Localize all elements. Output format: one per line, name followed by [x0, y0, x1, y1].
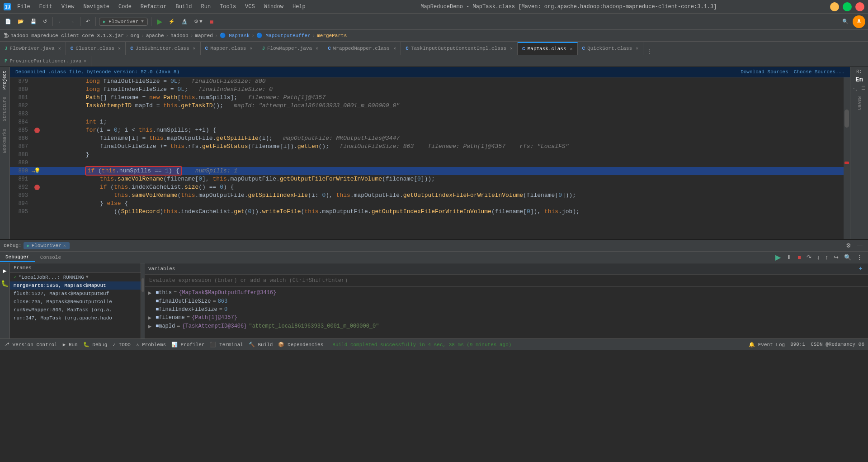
- code-editor[interactable]: 879 long finalOutFileSize = 0L; finalOut…: [10, 77, 850, 239]
- close-debug-session[interactable]: ✕: [63, 243, 66, 248]
- run-cursor-button[interactable]: ↪: [832, 252, 840, 262]
- close-tab-taskinput[interactable]: ✕: [510, 46, 513, 51]
- close-tab-jobsubmitter[interactable]: ✕: [193, 46, 196, 51]
- menu-code[interactable]: Code: [117, 3, 133, 11]
- editor-scrollbar[interactable]: [844, 77, 850, 239]
- menu-navigate[interactable]: Navigate: [81, 3, 111, 11]
- back-button[interactable]: ←: [56, 18, 66, 26]
- tabs-more-button[interactable]: ⋮: [643, 48, 656, 55]
- menu-refactor[interactable]: Refactor: [139, 3, 169, 11]
- maximize-button[interactable]: [843, 2, 852, 11]
- tab-maptask[interactable]: C MapTask.class ✕: [518, 42, 577, 55]
- close-button[interactable]: [855, 2, 864, 11]
- statusbar-debug[interactable]: 🐛 Debug: [83, 342, 108, 348]
- expand-mapid[interactable]: ▶: [148, 323, 154, 330]
- menu-tools[interactable]: Tools: [218, 3, 238, 11]
- tab-jobsubmitter[interactable]: C JobSubmitter.class ✕: [126, 42, 200, 55]
- breadcrumb-hadoop[interactable]: hadoop: [170, 33, 189, 38]
- statusbar-vcs[interactable]: ⎇ Version Control: [4, 342, 57, 348]
- stop-button[interactable]: ■: [208, 17, 216, 27]
- debug-session-tab[interactable]: ▶ FlowDriver ✕: [24, 242, 70, 249]
- menu-window[interactable]: Window: [262, 3, 285, 11]
- statusbar-build[interactable]: 🔨 Build: [249, 342, 273, 348]
- sidebar-bookmarks[interactable]: Bookmarks: [0, 125, 9, 157]
- scrollbar-thumb[interactable]: [844, 110, 849, 128]
- close-tab-wrappedmapper[interactable]: ✕: [393, 46, 396, 51]
- maven-label[interactable]: Maven: [857, 96, 862, 110]
- menu-bar[interactable]: File Edit View Navigate Code Refactor Bu…: [15, 3, 307, 11]
- close-tab-quicksort[interactable]: ✕: [636, 46, 638, 51]
- tab-taskinputoutput[interactable]: C TaskInputOutputContextImpl.class ✕: [401, 42, 518, 55]
- more-run-button[interactable]: ⚙▼: [192, 17, 206, 26]
- search-button[interactable]: 🔍: [840, 17, 851, 26]
- breadcrumb-apache[interactable]: apache: [146, 33, 164, 38]
- tab-quicksort[interactable]: C QuickSort.class ✕: [578, 42, 644, 55]
- tab-provincepartitioner[interactable]: P ProvincePartitioner.java ✕: [0, 56, 91, 67]
- open-button[interactable]: 📂: [15, 17, 26, 26]
- close-tab-flowmapper[interactable]: ✕: [316, 46, 318, 51]
- choose-sources-link[interactable]: Choose Sources...: [794, 69, 844, 75]
- evaluate-button[interactable]: 🔍: [842, 252, 853, 262]
- stop-debug-button[interactable]: ■: [796, 252, 803, 262]
- breadcrumb-mapred[interactable]: mapred: [195, 33, 213, 38]
- frames-scrollbar[interactable]: [141, 263, 145, 338]
- save-button[interactable]: 💾: [28, 17, 39, 26]
- refresh-button[interactable]: ↺: [41, 17, 49, 26]
- filter-icon[interactable]: ▼: [86, 275, 89, 280]
- menu-help[interactable]: Help: [291, 3, 307, 11]
- more-debug-btn[interactable]: ⋮: [855, 252, 864, 262]
- statusbar-problems[interactable]: ⚠ Problems: [136, 342, 166, 348]
- debug-settings[interactable]: ⚙: [844, 241, 853, 250]
- breadcrumb-jar-name[interactable]: hadoop-mapreduce-client-core-3.1.3.jar: [10, 33, 124, 38]
- statusbar-dependencies[interactable]: 📦 Dependencies: [278, 342, 323, 348]
- frame-run[interactable]: run:347, MapTask (org.apache.hado: [10, 314, 141, 322]
- debug-bug-icon[interactable]: 🐛: [0, 278, 10, 289]
- statusbar-todo[interactable]: ✓ TODO: [113, 342, 131, 348]
- statusbar-run[interactable]: ▶ Run: [63, 342, 78, 348]
- tab-debugger[interactable]: Debugger: [0, 253, 35, 262]
- pause-button[interactable]: ⏸: [784, 252, 794, 262]
- frames-scrollbar-thumb[interactable]: [142, 278, 144, 292]
- frame-close[interactable]: close:735, MapTask$NewOutputColle: [10, 298, 141, 306]
- sidebar-project[interactable]: Project: [0, 67, 9, 93]
- window-controls[interactable]: [830, 2, 864, 11]
- add-watch-button[interactable]: +: [857, 265, 864, 272]
- close-tab-mapper[interactable]: ✕: [250, 46, 252, 51]
- breadcrumb-maptask[interactable]: 🔵 MapTask: [220, 33, 250, 38]
- frame-runnewmapper[interactable]: runNewMapper:805, MapTask (org.a.: [10, 306, 141, 314]
- step-into-button[interactable]: ↓: [815, 252, 822, 262]
- menu-file[interactable]: File: [15, 3, 32, 11]
- close-tab-cluster[interactable]: ✕: [118, 46, 121, 51]
- sidebar-structure[interactable]: Structure: [0, 93, 9, 125]
- close-tab-flowdriver[interactable]: ✕: [58, 46, 61, 51]
- close-tab-province[interactable]: ✕: [84, 58, 86, 64]
- statusbar-profiler[interactable]: 📊 Profiler: [171, 342, 204, 348]
- minimize-button[interactable]: [830, 2, 839, 11]
- watch-input[interactable]: [146, 276, 867, 286]
- tab-mapper[interactable]: C Mapper.class ✕: [201, 42, 258, 55]
- menu-run[interactable]: Run: [199, 3, 212, 11]
- menu-build[interactable]: Build: [174, 3, 193, 11]
- frame-running[interactable]: ✓ *LocalJobR...: RUNNING ▼: [10, 273, 141, 281]
- run-debug-button[interactable]: ⚡: [166, 17, 177, 26]
- breadcrumb-mergeparts[interactable]: mergeParts: [317, 33, 347, 38]
- breadcrumb-mapoutputbuffer[interactable]: 🔵 MapOutputBuffer: [256, 33, 311, 38]
- tab-console[interactable]: Console: [35, 253, 66, 262]
- tab-cluster[interactable]: C Cluster.class ✕: [66, 42, 126, 55]
- expand-this[interactable]: ▶: [148, 290, 154, 296]
- frame-mergeparts[interactable]: mergeParts:1856, MapTask$MapOut: [10, 281, 141, 290]
- menu-view[interactable]: View: [60, 3, 76, 11]
- avatar[interactable]: A: [853, 15, 865, 28]
- run-config-dropdown[interactable]: ▶ FlowDriver ▼: [99, 18, 148, 26]
- breakpoint-892[interactable]: [34, 185, 40, 190]
- breadcrumb-jar[interactable]: 🗜: [4, 33, 9, 38]
- event-log[interactable]: 🔔 Event Log: [749, 342, 785, 348]
- debug-minimize[interactable]: —: [855, 241, 864, 250]
- tab-wrappedmapper[interactable]: C WrappedMapper.class ✕: [323, 42, 401, 55]
- step-out-button[interactable]: ↑: [824, 252, 830, 262]
- debug-run-icon[interactable]: ▶: [0, 265, 10, 276]
- coverage-button[interactable]: 🔬: [179, 17, 190, 26]
- download-sources-link[interactable]: Download Sources: [741, 69, 788, 75]
- menu-edit[interactable]: Edit: [38, 3, 54, 11]
- statusbar-terminal[interactable]: ⬛ Terminal: [210, 342, 243, 348]
